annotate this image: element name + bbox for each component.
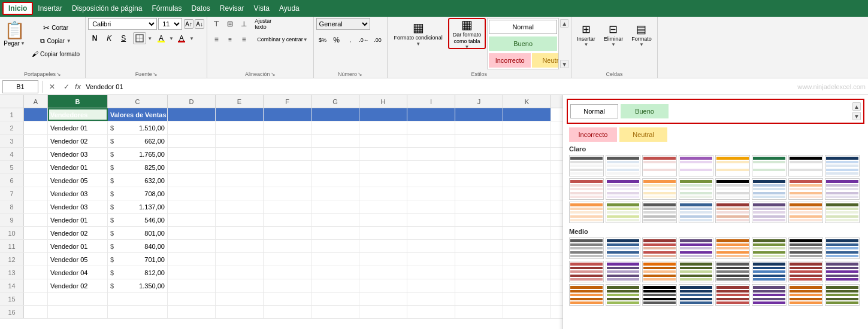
cell-c6[interactable]: $ 632,00 [108, 174, 168, 187]
cell-k14[interactable] [503, 279, 551, 292]
cell-d5[interactable] [168, 161, 216, 173]
cell-f9[interactable] [264, 214, 311, 226]
cell-d3[interactable] [168, 135, 216, 147]
cell-e4[interactable] [216, 148, 264, 160]
menu-item-revisar[interactable]: Revisar [215, 3, 249, 14]
menu-item-ayuda[interactable]: Ayuda [274, 3, 304, 14]
table-style-thumb-medio-17[interactable] [606, 284, 640, 306]
table-style-thumb-medio-1[interactable] [606, 237, 640, 259]
cell-g12[interactable] [311, 253, 359, 266]
comma-button[interactable]: , [344, 34, 357, 46]
cell-c12[interactable]: $ 701,00 [108, 253, 168, 266]
paste-button[interactable]: 📋 Pegar ▼ [2, 19, 26, 48]
font-color-button[interactable]: A [175, 32, 188, 44]
formula-input[interactable] [83, 80, 783, 93]
table-style-thumb-claro-20[interactable] [715, 202, 750, 223]
cell-b5[interactable]: Vendedor 01 [48, 161, 108, 173]
cell-i16[interactable] [407, 306, 455, 318]
cell-k13[interactable] [503, 266, 551, 279]
cell-h7[interactable] [359, 187, 407, 200]
cell-b1[interactable]: Vendedores [48, 108, 108, 121]
table-style-thumb-claro-23[interactable] [825, 202, 860, 223]
menu-item-disposicion[interactable]: Disposición de página [67, 3, 147, 14]
cell-f12[interactable] [264, 253, 311, 266]
cell-c5[interactable]: $ 825,00 [108, 161, 168, 173]
dropdown-scroll-up[interactable]: ▲ [852, 102, 861, 111]
cell-e10[interactable] [216, 227, 264, 239]
cell-j6[interactable] [455, 174, 503, 187]
cell-b3[interactable]: Vendedor 02 [48, 135, 108, 147]
cell-g15[interactable] [311, 293, 359, 305]
table-style-thumb-claro-18[interactable] [642, 202, 677, 223]
cell-e12[interactable] [216, 253, 264, 266]
cell-j1[interactable] [455, 108, 503, 121]
cell-c16[interactable] [108, 306, 168, 318]
dropdown-style-incorrecto[interactable]: Incorrecto [569, 127, 617, 142]
cell-d11[interactable] [168, 240, 216, 252]
cell-c13[interactable]: $ 812,00 [108, 266, 168, 279]
cell-d6[interactable] [168, 174, 216, 187]
col-header-g[interactable]: G [311, 95, 359, 108]
cell-f15[interactable] [264, 293, 311, 305]
align-right-button[interactable]: ≡ [237, 33, 250, 45]
cell-e11[interactable] [216, 240, 264, 252]
cell-k4[interactable] [503, 148, 551, 160]
cell-i7[interactable] [407, 187, 455, 200]
cell-j9[interactable] [455, 214, 503, 226]
cell-c14[interactable]: $ 1.350,00 [108, 279, 168, 292]
table-style-thumb-claro-17[interactable] [606, 202, 640, 223]
style-neutral[interactable]: Neutral [532, 53, 559, 68]
table-style-thumb-claro-15[interactable] [825, 178, 860, 200]
cell-h6[interactable] [359, 174, 407, 187]
wrap-text-button[interactable]: Ajustar texto [254, 18, 284, 30]
cell-f5[interactable] [264, 161, 311, 173]
cell-f7[interactable] [264, 187, 311, 200]
table-style-thumb-medio-8[interactable] [569, 261, 604, 282]
cell-d8[interactable] [168, 200, 216, 213]
cell-a14[interactable] [24, 279, 48, 292]
number-expand-icon[interactable]: ↘ [358, 71, 362, 77]
col-header-a[interactable]: A [24, 95, 48, 108]
table-style-thumb-claro-1[interactable] [606, 155, 640, 176]
table-style-thumb-medio-9[interactable] [606, 261, 640, 282]
increase-decimal-button[interactable]: .00 [371, 34, 385, 46]
table-style-thumb-medio-5[interactable] [752, 237, 787, 259]
table-style-thumb-medio-14[interactable] [788, 261, 823, 282]
cell-k2[interactable] [503, 121, 551, 134]
cell-h13[interactable] [359, 266, 407, 279]
percent-button[interactable]: % [330, 34, 343, 46]
col-header-h[interactable]: H [359, 95, 407, 108]
cell-g1[interactable] [311, 108, 359, 121]
table-style-thumb-claro-11[interactable] [679, 178, 713, 200]
table-style-thumb-claro-0[interactable] [569, 155, 604, 176]
cell-j15[interactable] [455, 293, 503, 305]
align-bottom-button[interactable]: ⊥ [237, 18, 250, 30]
cell-a5[interactable] [24, 161, 48, 173]
decrease-font-button[interactable]: A↓ [195, 19, 204, 29]
style-bueno[interactable]: Bueno [489, 36, 557, 51]
cut-button[interactable]: ✂ Cortar [29, 22, 83, 33]
cell-g7[interactable] [311, 187, 359, 200]
cell-k15[interactable] [503, 293, 551, 305]
cell-i11[interactable] [407, 240, 455, 252]
cell-a12[interactable] [24, 253, 48, 266]
cell-j7[interactable] [455, 187, 503, 200]
cell-c1[interactable]: Valores de Ventas [108, 108, 168, 121]
cell-f3[interactable] [264, 135, 311, 147]
number-format-select[interactable]: General [316, 18, 370, 30]
cell-i10[interactable] [407, 227, 455, 239]
decrease-decimal-button[interactable]: .0← [358, 34, 371, 46]
table-style-thumb-medio-21[interactable] [752, 284, 787, 306]
table-style-thumb-claro-22[interactable] [788, 202, 823, 223]
cell-b10[interactable]: Vendedor 02 [48, 227, 108, 239]
cell-k8[interactable] [503, 200, 551, 213]
table-style-thumb-claro-8[interactable] [569, 178, 604, 200]
cell-k10[interactable] [503, 227, 551, 239]
cell-d1[interactable] [168, 108, 216, 121]
cell-c2[interactable]: $ 1.510,00 [108, 121, 168, 134]
cell-j11[interactable] [455, 240, 503, 252]
cell-a11[interactable] [24, 240, 48, 252]
cell-a9[interactable] [24, 214, 48, 226]
cell-d4[interactable] [168, 148, 216, 160]
dropdown-style-normal[interactable]: Normal [570, 104, 618, 118]
